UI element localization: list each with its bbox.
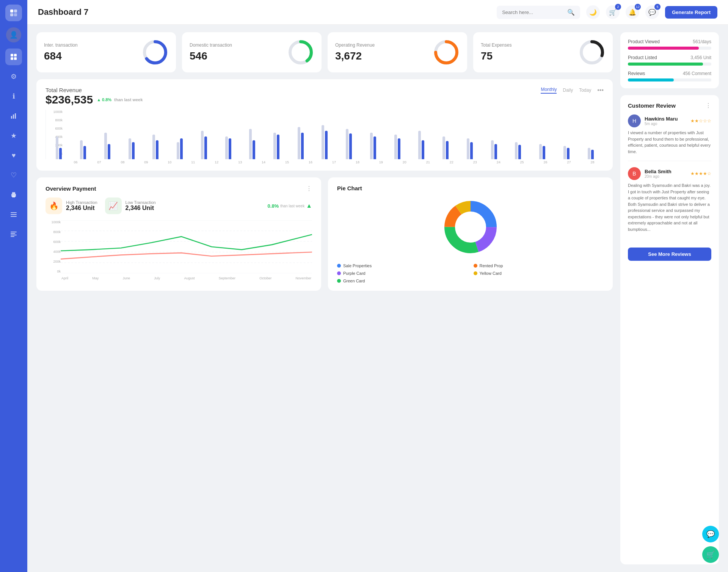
low-transaction-icon: 📈 xyxy=(105,197,122,214)
gray-bar-16 xyxy=(442,136,445,159)
stat-cards-row: Inter. transaction 684 Domestic transact… xyxy=(36,32,613,72)
revenue-change: ▲ 0.8% than last week xyxy=(97,97,143,102)
reviews-more-icon[interactable]: ⋮ xyxy=(705,102,711,109)
legend-yellow-card: Yellow Card xyxy=(474,271,604,276)
gray-bar-7 xyxy=(225,136,228,159)
x-label-june: June xyxy=(123,276,130,280)
review-stars-1: ★★★★☆ xyxy=(690,171,711,176)
fab-support-button[interactable]: 💬 xyxy=(702,526,719,542)
sidebar-item-settings[interactable]: ⚙ xyxy=(5,68,22,85)
sidebar: 👤 ⚙ ℹ ★ ♥ ♡ xyxy=(0,0,27,572)
sidebar-item-star[interactable]: ★ xyxy=(5,127,22,144)
bar-group-4 xyxy=(144,121,167,159)
bar-group-6 xyxy=(192,121,215,159)
search-input[interactable] xyxy=(502,9,564,15)
sidebar-item-heart2[interactable]: ♡ xyxy=(5,167,22,183)
more-options-icon[interactable]: ••• xyxy=(597,87,604,94)
svg-point-40 xyxy=(456,213,485,241)
theme-toggle-button[interactable]: 🌙 xyxy=(586,5,600,19)
stat-card-inter-transaction: Inter. transaction 684 xyxy=(36,32,176,72)
see-more-reviews-button[interactable]: See More Reviews xyxy=(628,248,711,261)
sidebar-item-menu[interactable] xyxy=(5,206,22,223)
pie-chart-title: Pie Chart xyxy=(337,185,604,191)
low-transaction-stat: 📈 Low Transaction 2,346 Unit xyxy=(105,197,156,214)
blue-bar-9 xyxy=(277,135,279,159)
x-label-21: 27 xyxy=(558,160,580,164)
metric-reviews: Reviews 456 Comment xyxy=(628,71,711,81)
sidebar-item-print[interactable] xyxy=(5,186,22,203)
gray-bar-18 xyxy=(491,140,494,159)
pie-chart-container xyxy=(337,197,604,257)
overview-payment-header: Overview Payment ⋮ xyxy=(46,185,312,192)
bar-group-13 xyxy=(362,121,385,159)
generate-report-button[interactable]: Generate Report xyxy=(665,6,717,19)
chat-icon-button[interactable]: 💬 5 xyxy=(645,5,659,19)
svg-rect-6 xyxy=(11,57,13,60)
review-top-0: H Hawkins Maru 5m ago ★★☆☆☆ xyxy=(628,114,711,127)
cart-icon-button[interactable]: 🛒 2 xyxy=(606,5,620,19)
revenue-card: Total Revenue $236,535 ▲ 0.8% than last … xyxy=(36,79,613,171)
bell-badge: 12 xyxy=(635,4,641,10)
svg-rect-3 xyxy=(14,13,17,16)
metric-bar-fill-1 xyxy=(628,63,703,66)
bell-icon-button[interactable]: 🔔 12 xyxy=(626,5,639,19)
cart-badge: 2 xyxy=(615,4,621,10)
header: Dashboard 7 🔍 🌙 🛒 2 🔔 12 💬 5 Generate Re… xyxy=(27,0,728,25)
gray-bar-11 xyxy=(322,125,324,159)
metric-header-1: Product Listed 3,456 Unit xyxy=(628,55,711,60)
fab-cart-button[interactable]: 🛒 xyxy=(702,546,719,563)
high-transaction-value: 2,346 Unit xyxy=(66,205,97,212)
tab-daily[interactable]: Daily xyxy=(563,88,573,93)
metric-header-0: Product Viewed 561/days xyxy=(628,39,711,44)
blue-bar-5 xyxy=(180,138,183,159)
x-label-october: October xyxy=(259,276,271,280)
x-label-8: 14 xyxy=(253,160,275,164)
review-item-1: B Bella Smith 20m ago ★★★★☆ Dealing with… xyxy=(628,167,711,238)
x-label-14: 20 xyxy=(393,160,416,164)
tab-monthly[interactable]: Monthly xyxy=(541,87,557,94)
stat-label-3: Total Expenses xyxy=(481,42,511,48)
x-label-2: 08 xyxy=(111,160,134,164)
legend-dot-sale xyxy=(337,264,341,268)
reviews-header: Customer Review ⋮ xyxy=(628,102,711,109)
metric-bar-bg-2 xyxy=(628,78,711,81)
sidebar-item-analytics[interactable] xyxy=(5,108,22,124)
sidebar-item-dashboard[interactable] xyxy=(5,49,22,65)
revenue-header: Total Revenue $236,535 ▲ 0.8% than last … xyxy=(46,87,604,106)
blue-bar-3 xyxy=(132,142,135,159)
review-top-1: B Bella Smith 20m ago ★★★★☆ xyxy=(628,167,711,180)
donut-chart-0 xyxy=(142,39,168,66)
x-label-april: April xyxy=(61,276,68,280)
legend-dot-purple xyxy=(337,271,341,275)
svg-rect-18 xyxy=(11,233,15,234)
bar-group-21 xyxy=(555,121,578,159)
sidebar-item-heart[interactable]: ♥ xyxy=(5,147,22,164)
review-item-0: H Hawkins Maru 5m ago ★★☆☆☆ I viewed a n… xyxy=(628,114,711,161)
bar-group-9 xyxy=(265,121,288,159)
svg-rect-5 xyxy=(14,54,17,56)
avatar[interactable]: 👤 xyxy=(6,27,21,42)
x-label-5: 11 xyxy=(182,160,204,164)
bar-group-10 xyxy=(289,121,312,159)
gray-bar-20 xyxy=(539,144,542,159)
bar-group-14 xyxy=(386,121,409,159)
donut-chart-2 xyxy=(433,39,460,66)
svg-rect-7 xyxy=(14,57,17,60)
svg-rect-9 xyxy=(13,114,14,119)
overview-more-icon[interactable]: ⋮ xyxy=(306,185,312,192)
tab-today[interactable]: Today xyxy=(579,88,591,93)
x-label-13: 19 xyxy=(370,160,392,164)
svg-rect-13 xyxy=(12,196,15,197)
stat-card-domestic-transaction: Domestic transaction 546 xyxy=(182,32,322,72)
bar-group-2 xyxy=(96,121,119,159)
stat-card-operating-revenue: Operating Revenue 3,672 xyxy=(328,32,467,72)
gray-bar-15 xyxy=(418,131,421,159)
low-transaction-label: Low Transaction xyxy=(126,200,156,205)
sidebar-item-list[interactable] xyxy=(5,226,22,243)
reviews-card: Customer Review ⋮ H Hawkins Maru 5m ago … xyxy=(620,95,719,564)
legend-rented-prop: Rented Prop xyxy=(474,263,604,268)
legend-dot-yellow xyxy=(474,271,477,275)
pie-chart-svg xyxy=(440,197,501,257)
blue-bar-2 xyxy=(108,144,110,159)
sidebar-item-info[interactable]: ℹ xyxy=(5,88,22,105)
